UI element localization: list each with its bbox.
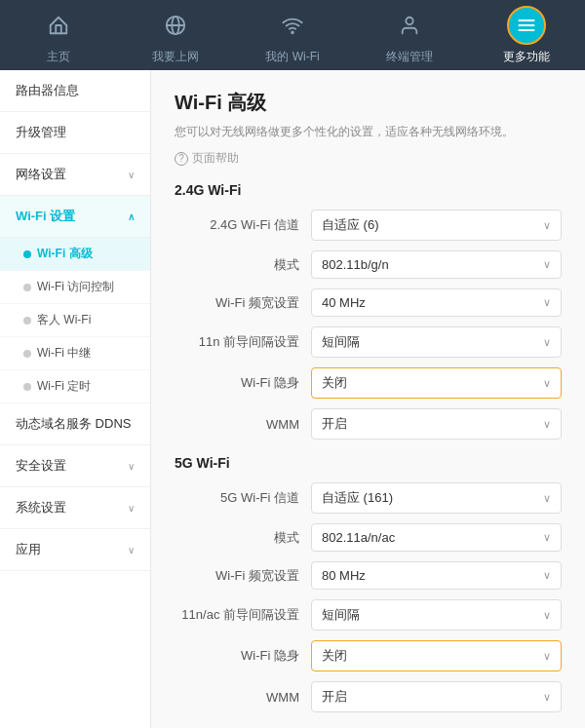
- label-2g-bandwidth: Wi-Fi 频宽设置: [175, 294, 311, 312]
- section-5g-title: 5G Wi-Fi: [175, 455, 562, 471]
- chevron-down-icon: ∨: [543, 569, 551, 582]
- chevron-down-icon: ∨: [543, 691, 551, 704]
- chevron-down-icon: ∨: [128, 545, 135, 556]
- label-2g-channel: 2.4G Wi-Fi 信道: [175, 216, 311, 234]
- sidebar-item-upgrade[interactable]: 升级管理: [0, 112, 150, 154]
- chevron-down-icon: ∨: [543, 531, 551, 544]
- row-5g-channel: 5G Wi-Fi 信道 自适应 (161) ∨: [175, 482, 562, 514]
- sidebar-sub-wifi-relay[interactable]: Wi-Fi 中继: [0, 337, 150, 370]
- sidebar-item-ddns[interactable]: 动态域名服务 DDNS: [0, 403, 150, 445]
- nav-more[interactable]: 更多功能: [468, 0, 585, 70]
- chevron-down-icon: ∨: [543, 377, 551, 390]
- page-help[interactable]: ? 页面帮助: [175, 150, 562, 167]
- dot-icon: [23, 350, 31, 358]
- sidebar-item-network[interactable]: 网络设置 ∨: [0, 154, 150, 196]
- page-desc: 您可以对无线网络做更多个性化的设置，适应各种无线网络环境。: [175, 124, 562, 140]
- chevron-down-icon: ∨: [543, 492, 551, 505]
- dot-icon: [23, 383, 31, 391]
- chevron-down-icon: ∨: [543, 418, 551, 431]
- label-2g-mode: 模式: [175, 256, 311, 274]
- top-nav: 主页 我要上网 我的 Wi-Fi: [0, 0, 585, 70]
- chevron-down-icon: ∨: [543, 219, 551, 232]
- row-5g-wmm: WMM 开启 ∨: [175, 681, 562, 712]
- chevron-down-icon: ∨: [543, 258, 551, 271]
- row-2g-channel: 2.4G Wi-Fi 信道 自适应 (6) ∨: [175, 210, 562, 241]
- sidebar-sub-wifi-schedule[interactable]: Wi-Fi 定时: [0, 370, 150, 403]
- chevron-down-icon: ∨: [128, 461, 135, 472]
- chevron-down-icon: ∨: [128, 503, 135, 514]
- sidebar-item-wifi-settings[interactable]: Wi-Fi 设置 ∧: [0, 196, 150, 238]
- nav-home[interactable]: 主页: [0, 0, 117, 70]
- row-2g-mode: 模式 802.11b/g/n ∨: [175, 250, 562, 279]
- sidebar-item-app[interactable]: 应用 ∨: [0, 529, 150, 571]
- nav-wifi[interactable]: 我的 Wi-Fi: [234, 0, 351, 70]
- label-5g-preamble: 11n/ac 前导间隔设置: [175, 606, 311, 624]
- page-title: Wi-Fi 高级: [175, 90, 562, 116]
- select-2g-preamble[interactable]: 短间隔 ∨: [311, 326, 562, 358]
- svg-point-4: [406, 17, 412, 23]
- section-2g-title: 2.4G Wi-Fi: [175, 182, 562, 198]
- svg-point-3: [292, 31, 293, 33]
- chevron-down-icon: ∨: [543, 650, 551, 663]
- label-2g-preamble: 11n 前导间隔设置: [175, 333, 311, 351]
- dot-icon: [23, 284, 31, 291]
- row-2g-hidden: Wi-Fi 隐身 关闭 ∨: [175, 367, 562, 399]
- select-5g-hidden[interactable]: 关闭 ∨: [311, 640, 562, 671]
- row-5g-mode: 模式 802.11a/n/ac ∨: [175, 523, 562, 552]
- content-area: Wi-Fi 高级 您可以对无线网络做更多个性化的设置，适应各种无线网络环境。 ?…: [151, 70, 585, 728]
- sidebar-sub-guest-wifi[interactable]: 客人 Wi-Fi: [0, 304, 150, 337]
- select-2g-wmm[interactable]: 开启 ∨: [311, 408, 562, 440]
- label-2g-hidden: Wi-Fi 隐身: [175, 374, 311, 392]
- row-2g-preamble: 11n 前导间隔设置 短间隔 ∨: [175, 326, 562, 358]
- sidebar-sub-wifi-access[interactable]: Wi-Fi 访问控制: [0, 271, 150, 304]
- sidebar-item-router-info[interactable]: 路由器信息: [0, 70, 150, 112]
- row-5g-preamble: 11n/ac 前导间隔设置 短间隔 ∨: [175, 599, 562, 631]
- select-2g-channel[interactable]: 自适应 (6) ∨: [311, 210, 562, 241]
- sidebar-item-security[interactable]: 安全设置 ∨: [0, 445, 150, 487]
- select-5g-mode[interactable]: 802.11a/n/ac ∨: [311, 523, 562, 552]
- sidebar-sub-wifi-advanced[interactable]: Wi-Fi 高级: [0, 238, 150, 271]
- label-5g-wmm: WMM: [175, 690, 311, 705]
- select-5g-preamble[interactable]: 短间隔 ∨: [311, 599, 562, 631]
- label-5g-mode: 模式: [175, 529, 311, 547]
- chevron-up-icon: ∧: [128, 211, 135, 222]
- sidebar-item-system[interactable]: 系统设置 ∨: [0, 487, 150, 529]
- select-5g-bandwidth[interactable]: 80 MHz ∨: [311, 561, 562, 590]
- sidebar: 路由器信息 升级管理 网络设置 ∨ Wi-Fi 设置 ∧ Wi-Fi 高级 Wi…: [0, 70, 151, 728]
- label-5g-channel: 5G Wi-Fi 信道: [175, 489, 311, 507]
- row-2g-wmm: WMM 开启 ∨: [175, 408, 562, 440]
- active-dot-icon: [23, 250, 31, 258]
- select-2g-bandwidth[interactable]: 40 MHz ∨: [311, 288, 562, 317]
- select-5g-wmm[interactable]: 开启 ∨: [311, 681, 562, 712]
- chevron-down-icon: ∨: [128, 170, 135, 180]
- row-5g-bandwidth: Wi-Fi 频宽设置 80 MHz ∨: [175, 561, 562, 590]
- label-2g-wmm: WMM: [175, 417, 311, 432]
- chevron-down-icon: ∨: [543, 296, 551, 309]
- nav-device[interactable]: 终端管理: [351, 0, 468, 70]
- chevron-down-icon: ∨: [543, 609, 551, 622]
- label-5g-bandwidth: Wi-Fi 频宽设置: [175, 567, 311, 585]
- main-layout: 路由器信息 升级管理 网络设置 ∨ Wi-Fi 设置 ∧ Wi-Fi 高级 Wi…: [0, 70, 585, 728]
- chevron-down-icon: ∨: [543, 336, 551, 349]
- nav-internet[interactable]: 我要上网: [117, 0, 234, 70]
- help-icon: ?: [175, 152, 188, 166]
- dot-icon: [23, 317, 31, 325]
- select-5g-channel[interactable]: 自适应 (161) ∨: [311, 482, 562, 514]
- label-5g-hidden: Wi-Fi 隐身: [175, 647, 311, 665]
- select-2g-hidden[interactable]: 关闭 ∨: [311, 367, 562, 399]
- select-2g-mode[interactable]: 802.11b/g/n ∨: [311, 250, 562, 279]
- row-2g-bandwidth: Wi-Fi 频宽设置 40 MHz ∨: [175, 288, 562, 317]
- row-5g-hidden: Wi-Fi 隐身 关闭 ∨: [175, 640, 562, 671]
